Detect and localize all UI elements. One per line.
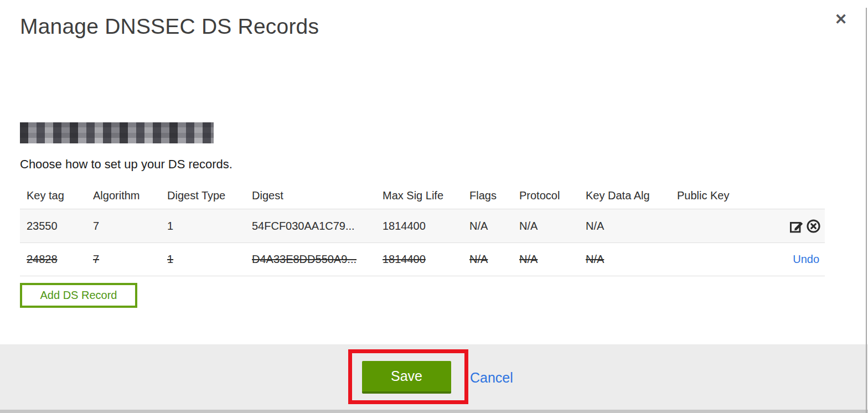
cell-digest: D4A33E8DD550A9... — [252, 253, 383, 266]
row-actions: Undo — [789, 253, 825, 266]
cell-protocol: N/A — [519, 220, 586, 233]
col-header-key-data-alg: Key Data Alg — [586, 189, 677, 202]
cell-flags: N/A — [469, 253, 519, 266]
bottom-edge — [0, 410, 868, 413]
table-header-row: Key tag Algorithm Digest Type Digest Max… — [20, 183, 825, 209]
col-header-max-sig-life: Max Sig Life — [383, 189, 469, 202]
redacted-domain-name — [20, 122, 214, 143]
cell-digest-type: 1 — [167, 220, 252, 233]
cell-key-tag: 24828 — [20, 253, 93, 266]
save-button[interactable]: Save — [362, 361, 451, 394]
col-header-digest-type: Digest Type — [167, 189, 252, 202]
intro-text: Choose how to set up your DS records. — [20, 157, 232, 172]
table-row: 23550 7 1 54FCF030AA1C79... 1814400 N/A … — [20, 209, 825, 242]
undo-link[interactable]: Undo — [793, 253, 819, 266]
cancel-link[interactable]: Cancel — [470, 370, 513, 386]
col-header-algorithm: Algorithm — [93, 189, 167, 202]
cell-algorithm: 7 — [93, 253, 167, 266]
edit-icon[interactable] — [789, 219, 804, 234]
close-icon[interactable]: ✕ — [831, 10, 850, 29]
cell-protocol: N/A — [519, 253, 586, 266]
remove-icon[interactable] — [806, 219, 821, 234]
table-row-deleted: 24828 7 1 D4A33E8DD550A9... 1814400 N/A … — [20, 242, 825, 276]
col-header-key-tag: Key tag — [20, 189, 93, 202]
cell-max-sig-life: 1814400 — [383, 253, 469, 266]
cell-key-data-alg: N/A — [586, 253, 677, 266]
add-ds-record-button[interactable]: Add DS Record — [20, 283, 137, 308]
cell-key-tag: 23550 — [20, 220, 93, 233]
cell-algorithm: 7 — [93, 220, 167, 233]
cell-max-sig-life: 1814400 — [383, 220, 469, 233]
cell-flags: N/A — [469, 220, 519, 233]
cell-digest-type: 1 — [167, 253, 252, 266]
col-header-flags: Flags — [469, 189, 519, 202]
ds-records-table: Key tag Algorithm Digest Type Digest Max… — [20, 183, 825, 276]
col-header-protocol: Protocol — [519, 189, 586, 202]
dialog-right-border — [866, 8, 867, 413]
col-header-public-key: Public Key — [677, 189, 789, 202]
row-actions — [789, 219, 826, 234]
cell-digest: 54FCF030AA1C79... — [252, 220, 383, 233]
page-title: Manage DNSSEC DS Records — [20, 14, 319, 39]
cell-key-data-alg: N/A — [586, 220, 677, 233]
col-header-digest: Digest — [252, 189, 383, 202]
